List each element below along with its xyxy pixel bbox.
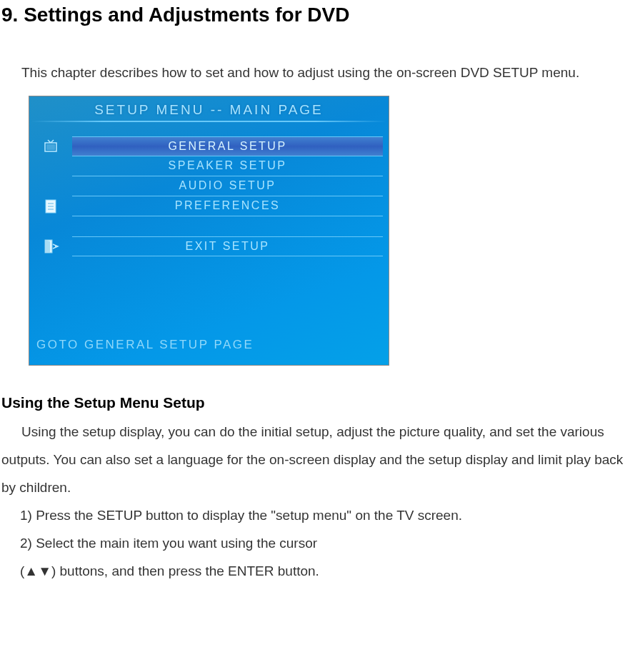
step-3: (▲▼) buttons, and then press the ENTER b…	[20, 558, 640, 586]
tv-icon	[42, 139, 59, 154]
intro-paragraph: This chapter describes how to set and ho…	[0, 59, 640, 87]
menu-row-exit[interactable]: EXIT SETUP	[29, 236, 389, 256]
divider	[31, 121, 386, 122]
page-icon-cell	[29, 198, 72, 215]
subheading: Using the Setup Menu Setup	[0, 394, 640, 411]
dvd-screenshot-container: SETUP MENU -- MAIN PAGE GENERAL SETUP SP…	[29, 96, 640, 366]
door-icon-cell	[29, 238, 72, 255]
screen-hint: GOTO GENERAL SETUP PAGE	[36, 338, 254, 352]
menu-row-speaker[interactable]: SPEAKER SETUP	[29, 156, 389, 176]
menu-item-audio-setup[interactable]: AUDIO SETUP	[72, 176, 383, 196]
tv-icon-cell	[29, 138, 72, 155]
menu-item-exit-setup[interactable]: EXIT SETUP	[72, 236, 383, 256]
menu-item-preferences[interactable]: PREFERENCES	[72, 196, 383, 216]
menu-row-general[interactable]: GENERAL SETUP	[29, 136, 389, 156]
menu-item-general-setup[interactable]: GENERAL SETUP	[72, 136, 383, 156]
menu-row-preferences[interactable]: PREFERENCES	[29, 196, 389, 216]
step-1: 1) Press the SETUP button to display the…	[20, 502, 640, 530]
page-icon	[44, 199, 58, 214]
menu-item-speaker-setup[interactable]: SPEAKER SETUP	[72, 156, 383, 176]
exit-door-icon	[42, 239, 59, 254]
svg-rect-0	[46, 144, 55, 150]
menu-block: GENERAL SETUP SPEAKER SETUP AUDIO SETUP	[29, 136, 389, 256]
dvd-setup-screen: SETUP MENU -- MAIN PAGE GENERAL SETUP SP…	[29, 96, 389, 366]
body-text: Using the setup display, you can do the …	[1, 424, 623, 495]
page-title: 9. Settings and Adjustments for DVD	[0, 4, 640, 26]
body-paragraph: Using the setup display, you can do the …	[0, 418, 640, 502]
step-2: 2) Select the main item you want using t…	[20, 530, 640, 558]
dvd-screen-title: SETUP MENU -- MAIN PAGE	[29, 96, 389, 121]
menu-row-audio[interactable]: AUDIO SETUP	[29, 176, 389, 196]
intro-text: This chapter describes how to set and ho…	[21, 65, 579, 80]
